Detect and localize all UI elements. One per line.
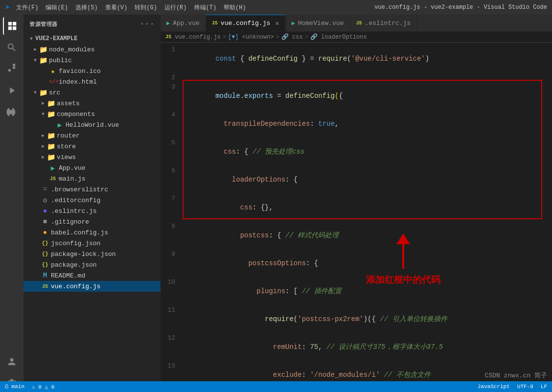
json-icon: {} <box>41 240 49 246</box>
close-tab-button[interactable]: ✕ <box>275 19 279 27</box>
js-file-icon: JS <box>212 21 218 26</box>
menu-bar[interactable]: 文件(F) 编辑(E) 选择(S) 查看(V) 转到(G) 运行(R) 终端(T… <box>16 3 246 12</box>
sidebar-item-public[interactable]: ▼ 📁 public <box>23 55 161 66</box>
sidebar-item-index-html[interactable]: </> index.html <box>23 76 161 87</box>
star-icon: ★ <box>49 67 57 75</box>
arrow-shaft <box>402 244 404 269</box>
breadcrumb: JS vue.config.js > [▼] <unknown> > 🔗 css… <box>161 32 552 43</box>
breadcrumb-scope-icon: [▼] <box>228 34 239 41</box>
tab-homeview[interactable]: ▶ HomeView.vue <box>286 15 350 31</box>
sidebar-item-packagelock[interactable]: {} package-lock.json <box>23 249 161 259</box>
line-number: 2 <box>161 73 183 82</box>
statusbar-encoding: UTF-8 <box>517 384 533 390</box>
menu-run[interactable]: 运行(R) <box>164 3 187 12</box>
sidebar-item-readme[interactable]: M README.md <box>23 270 161 281</box>
line-number: 9 <box>161 250 183 259</box>
line-number: 5 <box>161 138 183 147</box>
tab-vue-config[interactable]: JS vue.config.js ✕ <box>206 15 286 31</box>
tab-app-vue[interactable]: ▶ App.vue <box>161 15 206 31</box>
folder-icon: 📁 <box>47 132 55 140</box>
sidebar-item-favicon[interactable]: ★ favicon.ico <box>23 66 161 76</box>
watermark: CSDN znwx.cn 简子 <box>485 371 547 380</box>
sidebar-item-editorconfig[interactable]: ⚙ .editorconfig <box>23 195 161 206</box>
sidebar-item-src[interactable]: ▼ 📁 src <box>23 87 161 98</box>
activity-explorer[interactable] <box>3 17 21 35</box>
components-label: components <box>57 111 95 118</box>
line-content: css: { // 预先处理css <box>183 138 552 166</box>
code-editor: 1 const { defineConfig } = require('@vue… <box>161 43 552 392</box>
line-number: 8 <box>161 222 183 231</box>
activity-source-control[interactable] <box>3 60 21 78</box>
git-icon: ■ <box>41 218 49 226</box>
line-number: 11 <box>161 305 183 315</box>
line-content: module.exports = defineConfig({ <box>183 82 552 110</box>
breadcrumb-sep1: > <box>223 34 226 41</box>
readme-label: README.md <box>51 272 85 279</box>
sidebar-item-gitignore[interactable]: ■ .gitignore <box>23 216 161 227</box>
sidebar-item-node-modules[interactable]: ► 📁 node_modules <box>23 44 161 55</box>
js-file-icon: JS <box>356 21 362 26</box>
chevron-right-icon: ► <box>39 155 47 160</box>
folder-icon: 📁 <box>47 110 55 118</box>
md-icon: M <box>41 272 49 279</box>
line-content: const { defineConfig } = require('@vue/c… <box>183 45 552 73</box>
activity-account[interactable] <box>3 353 21 370</box>
sidebar-item-babel[interactable]: ● babel.config.js <box>23 227 161 238</box>
vue-file-icon: ▶ <box>292 20 295 27</box>
line-number: 3 <box>161 82 183 92</box>
sidebar-item-main-js[interactable]: JS main.js <box>23 173 161 184</box>
menu-select[interactable]: 选择(S) <box>75 3 98 12</box>
tab-homeview-label: HomeView.vue <box>298 20 344 27</box>
editorconfig-label: .editorconfig <box>51 197 100 204</box>
tab-app-vue-label: App.vue <box>173 20 200 27</box>
tab-eslintrc[interactable]: JS .eslintrc.js <box>350 15 417 31</box>
menu-file[interactable]: 文件(F) <box>16 3 39 12</box>
sidebar-item-helloworld[interactable]: ▶ HelloWorld.vue <box>23 119 161 130</box>
line-number: 13 <box>161 361 183 370</box>
line-number: 10 <box>161 277 183 287</box>
sidebar-item-vueconfig[interactable]: JS vue.config.js <box>23 281 161 292</box>
sidebar-item-store[interactable]: ► 📁 store <box>23 141 161 152</box>
index-html-label: index.html <box>59 78 97 86</box>
activity-run[interactable] <box>3 82 21 99</box>
main-js-label: main.js <box>59 175 86 183</box>
vueconfig-label: vue.config.js <box>51 283 100 290</box>
node-modules-label: node_modules <box>49 46 95 53</box>
code-line-12: 12 remUnit: 75, // 设计稿尺寸375，根字体大小37.5 <box>161 333 552 361</box>
code-line-10: 10 plugins: [ // 插件配置 <box>161 277 552 305</box>
menu-view[interactable]: 查看(V) <box>105 3 128 12</box>
breadcrumb-css-icon: 🔗 <box>281 33 289 41</box>
code-line-3: 3 module.exports = defineConfig({ <box>161 82 552 110</box>
json-icon: {} <box>41 251 49 257</box>
sidebar-item-eslintrc[interactable]: ● .eslintrc.js <box>23 206 161 216</box>
activity-extensions[interactable] <box>3 103 21 121</box>
chevron-down-icon: ▼ <box>31 58 39 63</box>
menu-edit[interactable]: 编辑(E) <box>46 3 68 12</box>
favicon-label: favicon.ico <box>59 68 101 75</box>
code-line-1: 1 const { defineConfig } = require('@vue… <box>161 45 552 73</box>
chevron-down-icon: ▼ <box>39 112 47 117</box>
sidebar-item-project-root[interactable]: ▼ VUE2-EXAMPLE <box>23 33 161 44</box>
js-icon: JS <box>49 176 57 182</box>
sidebar-item-jsconfig[interactable]: {} jsconfig.json <box>23 238 161 249</box>
sidebar-item-router[interactable]: ► 📁 router <box>23 130 161 141</box>
status-bar: ⎙ main ⚠ 0 △ 0 JavaScript UTF-8 LF <box>0 381 552 392</box>
menu-terminal[interactable]: 终端(T) <box>194 3 217 12</box>
src-label: src <box>49 89 60 96</box>
sidebar-item-browserslist[interactable]: = .browserslistrc <box>23 184 161 195</box>
menu-help[interactable]: 帮助(H) <box>224 3 246 12</box>
project-name-label: VUE2-EXAMPLE <box>35 35 77 42</box>
activity-search[interactable] <box>3 39 21 56</box>
sidebar-item-views[interactable]: ► 📁 views <box>23 152 161 162</box>
sidebar-item-package[interactable]: {} package.json <box>23 259 161 270</box>
sidebar-item-app-vue[interactable]: ▶ App.vue <box>23 162 161 173</box>
sidebar-more-button[interactable]: ··· <box>140 20 155 28</box>
statusbar-errors: ⚠ 0 △ 0 <box>32 384 54 390</box>
sidebar-item-assets[interactable]: ► 📁 assets <box>23 98 161 109</box>
browserslist-label: .browserslistrc <box>51 186 108 193</box>
tabs-bar: ▶ App.vue JS vue.config.js ✕ ▶ HomeView.… <box>161 15 552 32</box>
statusbar-language: JavaScript <box>478 384 510 390</box>
menu-goto[interactable]: 转到(G) <box>135 3 157 12</box>
sidebar-item-components[interactable]: ▼ 📁 components <box>23 109 161 119</box>
html-icon: </> <box>49 79 57 85</box>
